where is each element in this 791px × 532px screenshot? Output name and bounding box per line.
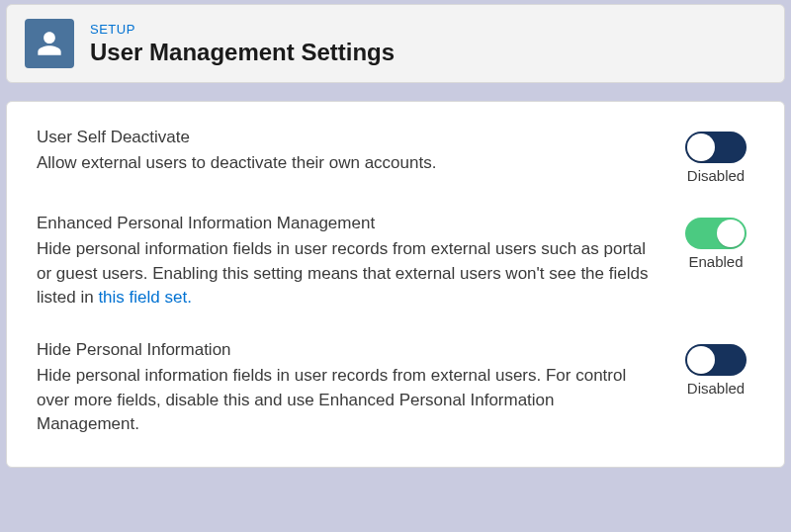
setting-enhanced-personal-info: Enhanced Personal Information Management… <box>37 214 754 310</box>
setting-description: Hide personal information fields in user… <box>37 364 654 437</box>
toggle-enhanced-personal-info[interactable] <box>685 218 747 249</box>
setup-header: SETUP User Management Settings <box>6 4 785 83</box>
settings-panel: User Self Deactivate Allow external user… <box>6 101 785 468</box>
setting-title: Enhanced Personal Information Management <box>37 214 654 233</box>
toggle-knob <box>687 133 715 161</box>
toggle-state-label: Disabled <box>687 380 745 397</box>
field-set-link[interactable]: this field set. <box>98 288 192 307</box>
setting-title: Hide Personal Information <box>37 340 654 360</box>
toggle-state-label: Disabled <box>687 167 745 184</box>
user-icon <box>25 19 74 68</box>
setting-hide-personal-info: Hide Personal Information Hide personal … <box>37 340 754 437</box>
setup-eyebrow: SETUP <box>90 22 395 37</box>
page-title: User Management Settings <box>90 39 395 66</box>
setting-user-self-deactivate: User Self Deactivate Allow external user… <box>37 128 754 184</box>
setting-description: Hide personal information fields in user… <box>37 237 654 310</box>
toggle-hide-personal-info[interactable] <box>685 344 747 376</box>
setting-description: Allow external users to deactivate their… <box>37 151 654 176</box>
toggle-state-label: Enabled <box>688 253 743 270</box>
toggle-knob <box>717 220 745 247</box>
toggle-user-self-deactivate[interactable] <box>685 132 747 163</box>
toggle-knob <box>687 346 715 374</box>
setting-title: User Self Deactivate <box>37 128 654 147</box>
